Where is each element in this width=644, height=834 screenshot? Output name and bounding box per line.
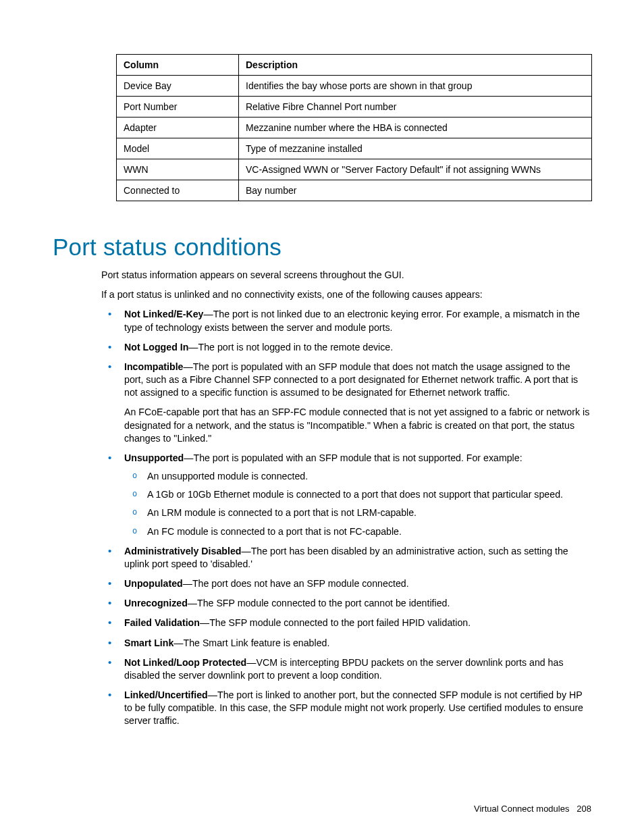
table-header-column: Column	[117, 55, 239, 76]
table-cell: WWN	[117, 159, 239, 180]
status-extra-paragraph: An FCoE-capable port that has an SFP-FC …	[124, 406, 591, 445]
column-description-table: Column Description Device Bay Identifies…	[116, 54, 592, 201]
status-text: —The port is populated with an SFP modul…	[184, 452, 522, 463]
table-row: Connected to Bay number	[117, 180, 592, 201]
sublist-item: An unsupported module is connected.	[124, 470, 591, 483]
table-cell: Port Number	[117, 97, 239, 118]
sublist-item: An FC module is connected to a port that…	[124, 525, 591, 538]
table-cell: Bay number	[239, 180, 592, 201]
table-row: Adapter Mezzanine number where the HBA i…	[117, 118, 592, 138]
status-text: —The Smart Link feature is enabled.	[173, 637, 329, 648]
status-term: Not Logged In	[124, 342, 188, 353]
status-term: Administratively Disabled	[124, 546, 241, 556]
table-row: Model Type of mezzanine installed	[117, 138, 592, 159]
table-cell: Mezzanine number where the HBA is connec…	[239, 118, 592, 138]
sublist-item: An LRM module is connected to a port tha…	[124, 506, 591, 519]
table-cell: Adapter	[117, 118, 239, 138]
table-cell: Model	[117, 138, 239, 159]
status-term: Not Linked/E-Key	[124, 309, 203, 319]
content-area: Column Description Device Bay Identifies…	[0, 0, 644, 728]
status-text: —The port is populated with an SFP modul…	[124, 361, 578, 398]
list-item: Unsupported—The port is populated with a…	[101, 452, 591, 538]
table-cell: Connected to	[117, 180, 239, 201]
table-header-description: Description	[239, 55, 592, 76]
status-term: Not Linked/Loop Protected	[124, 657, 246, 668]
list-item: Unrecognized—The SFP module connected to…	[101, 597, 591, 610]
table-row: WWN VC-Assigned WWN or "Server Factory D…	[117, 159, 592, 180]
status-term: Failed Validation	[124, 617, 200, 628]
status-text: —The port does not have an SFP module co…	[183, 578, 409, 589]
list-item: Linked/Uncertified—The port is linked to…	[101, 689, 591, 728]
section-heading: Port status conditions	[53, 234, 591, 261]
table-cell: VC-Assigned WWN or "Server Factory Defau…	[239, 159, 592, 180]
status-text: —The SFP module connected to the port ca…	[188, 598, 450, 608]
footer-page-number: 208	[576, 804, 591, 814]
table-header-row: Column Description	[117, 55, 592, 76]
body-text: Port status information appears on sever…	[101, 269, 591, 728]
list-item: Not Linked/Loop Protected—VCM is interce…	[101, 656, 591, 682]
status-term: Smart Link	[124, 637, 173, 648]
table-cell: Type of mezzanine installed	[239, 138, 592, 159]
table-row: Device Bay Identifies the bay whose port…	[117, 76, 592, 97]
page-footer: Virtual Connect modules 208	[474, 804, 591, 814]
list-item: Unpopulated—The port does not have an SF…	[101, 577, 591, 590]
unsupported-sublist: An unsupported module is connected. A 1G…	[124, 470, 591, 538]
intro-paragraph-1: Port status information appears on sever…	[101, 269, 591, 282]
list-item: Not Logged In—The port is not logged in …	[101, 341, 591, 354]
list-item: Incompatible—The port is populated with …	[101, 361, 591, 445]
status-term: Unpopulated	[124, 578, 183, 589]
list-item: Not Linked/E-Key—The port is not linked …	[101, 308, 591, 334]
status-term: Unsupported	[124, 452, 184, 463]
table-cell: Device Bay	[117, 76, 239, 97]
status-text: —The SFP module connected to the port fa…	[200, 617, 471, 628]
intro-paragraph-2: If a port status is unlinked and no conn…	[101, 288, 591, 301]
status-term: Incompatible	[124, 361, 184, 372]
footer-section: Virtual Connect modules	[474, 804, 569, 814]
list-item: Smart Link—The Smart Link feature is ena…	[101, 637, 591, 650]
list-item: Failed Validation—The SFP module connect…	[101, 617, 591, 629]
status-text: —The port is not logged in to the remote…	[188, 342, 393, 353]
table-row: Port Number Relative Fibre Channel Port …	[117, 97, 592, 118]
table-cell: Relative Fibre Channel Port number	[239, 97, 592, 118]
status-list: Not Linked/E-Key—The port is not linked …	[101, 308, 591, 727]
status-term: Unrecognized	[124, 598, 188, 608]
table-cell: Identifies the bay whose ports are shown…	[239, 76, 592, 97]
status-term: Linked/Uncertified	[124, 689, 208, 700]
document-page: Column Description Device Bay Identifies…	[0, 0, 644, 834]
list-item: Administratively Disabled—The port has b…	[101, 545, 591, 571]
sublist-item: A 1Gb or 10Gb Ethernet module is connect…	[124, 488, 591, 501]
